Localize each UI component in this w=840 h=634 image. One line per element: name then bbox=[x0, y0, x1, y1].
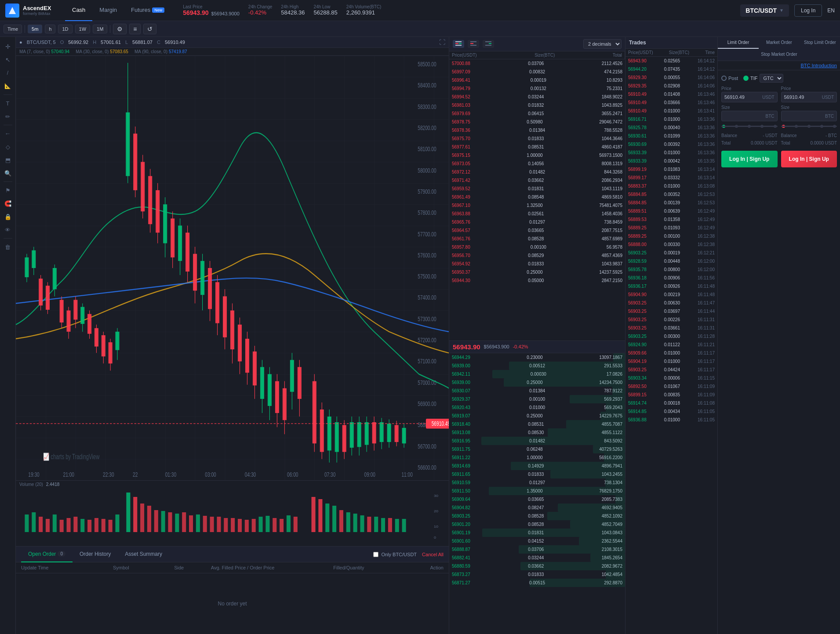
sidebar-icon-flag[interactable]: ⚑ bbox=[2, 184, 14, 196]
ob-tab-asks[interactable] bbox=[468, 40, 479, 48]
login-btn[interactable]: Log In bbox=[794, 4, 822, 17]
logo[interactable]: AscendEX formerly BitMax bbox=[5, 4, 58, 18]
cancel-all-btn[interactable]: Cancel All bbox=[422, 552, 444, 557]
sidebar-icon-magnet[interactable]: 🧲 bbox=[2, 197, 14, 210]
sidebar-icon-lock[interactable]: 🔒 bbox=[2, 210, 14, 223]
sidebar-icon-crosshair[interactable]: ✛ bbox=[2, 40, 14, 53]
ob-ask-row[interactable]: 56956.70 0.08529 4857.4369 bbox=[449, 251, 625, 260]
ob-bid-row[interactable]: 56888.87 0.03706 2108.3015 bbox=[449, 545, 625, 554]
tab-stop-limit[interactable]: Stop Limit Order bbox=[800, 37, 840, 49]
indicators-btn[interactable]: ⚙ bbox=[113, 24, 127, 34]
ob-ask-row[interactable]: 56965.76 0.01297 738.8459 bbox=[449, 218, 625, 226]
ob-ask-row[interactable]: 56994.52 0.03244 1848.9022 bbox=[449, 93, 625, 101]
ob-bid-row[interactable]: 56911.65 0.01833 1043.2455 bbox=[449, 470, 625, 478]
sell-slider[interactable] bbox=[781, 124, 837, 130]
tab-market-order[interactable]: Market Order bbox=[759, 37, 800, 49]
ob-bid-row[interactable]: 56871.27 0.00515 292.8870 bbox=[449, 579, 625, 587]
chart-canvas[interactable]: 58500.00 58400.00 58300.00 58200.00 5810… bbox=[16, 56, 449, 480]
pair-selector[interactable]: BTC/USDT ▼ bbox=[740, 4, 789, 17]
ob-ask-row[interactable]: 56977.61 0.08531 4860.4187 bbox=[449, 143, 625, 151]
snapshot-btn[interactable]: ↺ bbox=[143, 24, 156, 34]
ob-bid-row[interactable]: 56901.20 0.08528 4852.7049 bbox=[449, 520, 625, 529]
chart-type-btn[interactable]: ≡ bbox=[129, 24, 141, 34]
ob-ask-row[interactable]: 56975.70 0.01833 1044.3646 bbox=[449, 134, 625, 143]
ob-bid-row[interactable]: 56942.11 0.00030 17.0826 bbox=[449, 370, 625, 378]
ob-ask-row[interactable]: 56973.05 0.14056 8008.1319 bbox=[449, 159, 625, 168]
ob-bid-row[interactable]: 56901.19 0.01831 1043.0843 bbox=[449, 529, 625, 537]
buy-login-btn[interactable]: Log In | Sign Up bbox=[721, 151, 778, 167]
ob-bid-row[interactable]: 56919.07 0.25000 14229.7675 bbox=[449, 412, 625, 420]
tab-order-history[interactable]: Order History bbox=[73, 547, 118, 562]
interval-h[interactable]: h bbox=[45, 25, 55, 33]
ob-ask-row[interactable]: 56950.37 0.25000 14237.5925 bbox=[449, 268, 625, 276]
sidebar-icon-measure[interactable]: ⬒ bbox=[2, 154, 14, 166]
ob-bid-row[interactable]: 56873.27 0.01833 1042.4854 bbox=[449, 570, 625, 579]
sidebar-icon-shapes[interactable]: ◇ bbox=[2, 141, 14, 153]
ob-ask-row[interactable]: 57000.88 0.03706 2112.4526 bbox=[449, 59, 625, 68]
ob-bid-row[interactable]: 56914.69 0.14929 4896.7941 bbox=[449, 462, 625, 470]
ob-ask-row[interactable]: 56954.92 0.01833 1043.9837 bbox=[449, 260, 625, 268]
interval-1d[interactable]: 1D bbox=[58, 25, 72, 33]
ob-ask-row[interactable]: 56959.52 0.01831 1043.1119 bbox=[449, 185, 625, 193]
sidebar-icon-brush[interactable]: ✏ bbox=[2, 110, 14, 123]
sidebar-icon-line[interactable]: / bbox=[2, 67, 14, 79]
time-btn[interactable]: Time bbox=[4, 25, 22, 33]
language-selector[interactable]: EN bbox=[827, 7, 835, 14]
ob-bid-row[interactable]: 56880.59 0.03662 2082.9672 bbox=[449, 562, 625, 570]
ob-bid-row[interactable]: 56930.07 0.01384 787.9122 bbox=[449, 387, 625, 395]
interval-1m[interactable]: 1M bbox=[93, 25, 107, 33]
sidebar-icon-trash[interactable]: 🗑 bbox=[2, 241, 14, 253]
sell-price-input[interactable] bbox=[784, 94, 822, 100]
ob-bid-row[interactable]: 56916.95 0.01482 843.5092 bbox=[449, 437, 625, 445]
ob-bid-row[interactable]: 56903.25 0.08528 4852.1092 bbox=[449, 512, 625, 520]
buy-price-input[interactable] bbox=[724, 94, 762, 100]
only-pair-checkbox[interactable]: Only BTC/USDT bbox=[373, 552, 417, 557]
ob-ask-row[interactable]: 56997.09 0.00832 474.2158 bbox=[449, 68, 625, 76]
ob-bid-row[interactable]: 56939.00 0.25000 14234.7500 bbox=[449, 378, 625, 387]
ob-bid-row[interactable]: 56918.40 0.08531 4855.7087 bbox=[449, 420, 625, 428]
tab-stop-market[interactable]: Stop Market Order bbox=[718, 49, 840, 61]
sidebar-icon-ruler[interactable]: 📐 bbox=[2, 80, 14, 92]
tab-limit-order[interactable]: Limit Order bbox=[718, 37, 759, 49]
fullscreen-btn[interactable]: ⛶ bbox=[439, 39, 445, 46]
sidebar-icon-eye[interactable]: 👁 bbox=[2, 224, 14, 236]
ob-bid-row[interactable]: 56911.75 0.06248 40729.5263 bbox=[449, 445, 625, 453]
sell-login-btn[interactable]: Log In | Sign Up bbox=[781, 151, 837, 167]
ob-bid-row[interactable]: 56911.50 1.35000 76829.1750 bbox=[449, 487, 625, 495]
nav-tab-margin[interactable]: Margin bbox=[92, 0, 124, 21]
buy-slider[interactable] bbox=[721, 124, 778, 130]
tab-asset-summary[interactable]: Asset Summary bbox=[118, 547, 169, 562]
ob-bid-row[interactable]: 56901.60 0.04152 2362.5544 bbox=[449, 537, 625, 545]
sell-size-input[interactable] bbox=[784, 113, 825, 119]
ob-bid-row[interactable]: 56904.82 0.08247 4692.9405 bbox=[449, 504, 625, 512]
ob-bid-row[interactable]: 56913.08 0.08530 4855.1122 bbox=[449, 428, 625, 437]
sidebar-icon-text[interactable]: T bbox=[2, 97, 14, 109]
ob-ask-row[interactable]: 56975.15 1.00000 56973.1500 bbox=[449, 151, 625, 159]
ob-ask-row[interactable]: 56963.88 0.02561 1458.4036 bbox=[449, 210, 625, 218]
ob-ask-row[interactable]: 56964.57 0.03665 2087.7515 bbox=[449, 226, 625, 235]
sidebar-icon-zoom[interactable]: 🔍 bbox=[2, 167, 14, 179]
ob-ask-row[interactable]: 56978.75 0.50980 29046.7472 bbox=[449, 118, 625, 126]
ob-tab-full[interactable] bbox=[453, 40, 464, 48]
ob-bid-row[interactable]: 56920.43 0.01000 569.2043 bbox=[449, 403, 625, 412]
ob-tab-bids[interactable] bbox=[483, 40, 494, 48]
ob-ask-row[interactable]: 56994.79 0.00132 75.2331 bbox=[449, 84, 625, 93]
ob-bid-row[interactable]: 56882.41 0.03244 1845.2654 bbox=[449, 554, 625, 562]
buy-size-input[interactable] bbox=[724, 113, 766, 119]
ob-ask-row[interactable]: 56957.80 0.00100 56.9578 bbox=[449, 243, 625, 251]
interval-1w[interactable]: 1W bbox=[75, 25, 91, 33]
decimal-select[interactable]: 2 decimals 1 decimal 0 decimals bbox=[583, 39, 622, 49]
ob-ask-row[interactable]: 56981.03 0.01832 1043.8925 bbox=[449, 101, 625, 109]
tab-open-order[interactable]: Open Order 0 bbox=[21, 547, 73, 562]
nav-tab-futures[interactable]: Futures New bbox=[124, 0, 171, 21]
ob-bid-row[interactable]: 56944.29 0.23000 13097.1867 bbox=[449, 353, 625, 362]
ob-bid-row[interactable]: 56910.59 0.01297 738.1304 bbox=[449, 478, 625, 487]
ob-ask-row[interactable]: 56961.76 0.08528 4857.6989 bbox=[449, 235, 625, 243]
ob-ask-row[interactable]: 56971.42 0.03662 2086.2934 bbox=[449, 176, 625, 185]
ob-ask-row[interactable]: 56978.36 0.01384 788.5528 bbox=[449, 126, 625, 134]
ob-bid-row[interactable]: 56911.22 1.00000 56916.2200 bbox=[449, 453, 625, 462]
ob-ask-row[interactable]: 56979.69 0.06415 3655.2471 bbox=[449, 109, 625, 118]
ob-ask-row[interactable]: 56972.12 0.01482 844.3268 bbox=[449, 168, 625, 176]
ob-ask-row[interactable]: 56944.30 0.05000 2847.2150 bbox=[449, 276, 625, 285]
sidebar-icon-arrow[interactable]: ← bbox=[2, 127, 14, 140]
